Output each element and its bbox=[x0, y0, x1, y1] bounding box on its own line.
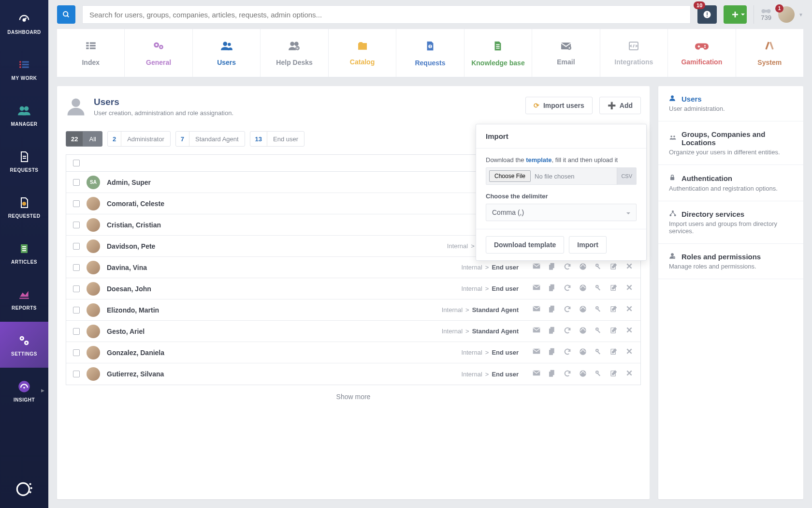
nav-catalog[interactable]: Catalog bbox=[329, 29, 396, 77]
sidebar-item-requests[interactable]: REQUESTS bbox=[0, 138, 48, 184]
sidebar-item-dashboard[interactable]: DASHBOARD bbox=[0, 0, 48, 46]
notifications-button[interactable]: 10 bbox=[697, 5, 717, 24]
mail-icon[interactable] bbox=[532, 370, 541, 379]
nav-helpdesks[interactable]: Help Desks bbox=[261, 29, 328, 77]
user-row[interactable]: Gesto, ArielInternal > Standard Agent bbox=[66, 321, 640, 342]
sidebar-item-reports[interactable]: REPORTS bbox=[0, 276, 48, 322]
row-checkbox[interactable] bbox=[73, 371, 80, 377]
refresh-icon[interactable] bbox=[563, 348, 572, 357]
refresh-icon[interactable] bbox=[563, 263, 572, 272]
tab-standard-agent[interactable]: 7Standard Agent bbox=[175, 131, 245, 147]
close-icon[interactable] bbox=[625, 284, 634, 293]
sidebar-item-settings[interactable]: SETTINGS bbox=[0, 322, 48, 368]
edit-icon[interactable] bbox=[609, 263, 618, 272]
sidebar-item-manager[interactable]: MANAGER bbox=[0, 92, 48, 138]
nav-users[interactable]: Users bbox=[193, 29, 261, 77]
copy-icon[interactable] bbox=[548, 284, 556, 293]
row-checkbox[interactable] bbox=[73, 307, 80, 314]
key-icon[interactable] bbox=[594, 305, 603, 314]
disable-icon[interactable] bbox=[579, 370, 587, 379]
tab-end-user[interactable]: 13End user bbox=[250, 131, 305, 147]
row-checkbox[interactable] bbox=[73, 200, 80, 207]
choose-file-button[interactable]: Choose File bbox=[489, 170, 531, 182]
key-icon[interactable] bbox=[594, 370, 603, 379]
nav-gamification[interactable]: Gamification bbox=[668, 29, 736, 77]
sidebar-item-insight[interactable]: INSIGHT▶ bbox=[0, 368, 48, 414]
search-button[interactable] bbox=[57, 5, 75, 24]
close-icon[interactable] bbox=[625, 305, 634, 314]
nav-requests2[interactable]: Requests bbox=[396, 29, 464, 77]
refresh-icon[interactable] bbox=[563, 305, 572, 314]
subnav-users[interactable]: UsersUser administration. bbox=[658, 86, 803, 121]
mail-icon[interactable] bbox=[532, 305, 541, 314]
row-checkbox[interactable] bbox=[73, 243, 80, 250]
copy-icon[interactable] bbox=[548, 348, 556, 357]
user-row[interactable]: Gonzalez, DanielaInternal > End user bbox=[66, 342, 640, 363]
disable-icon[interactable] bbox=[579, 305, 587, 314]
close-icon[interactable] bbox=[625, 263, 634, 272]
refresh-icon[interactable] bbox=[563, 327, 572, 336]
refresh-icon[interactable] bbox=[563, 370, 572, 379]
row-checkbox[interactable] bbox=[73, 349, 80, 356]
disable-icon[interactable] bbox=[579, 348, 587, 357]
edit-icon[interactable] bbox=[609, 284, 618, 293]
add-user-button[interactable]: ➕ Add bbox=[599, 97, 641, 114]
row-checkbox[interactable] bbox=[73, 179, 80, 186]
edit-icon[interactable] bbox=[609, 370, 618, 379]
subnav-authentication[interactable]: AuthenticationAuthentication and registr… bbox=[658, 165, 803, 201]
close-icon[interactable] bbox=[625, 348, 634, 357]
disable-icon[interactable] bbox=[579, 327, 587, 336]
mail-icon[interactable] bbox=[532, 284, 541, 293]
download-template-button[interactable]: Download template bbox=[486, 236, 564, 254]
user-row[interactable]: Elizondo, MartinInternal > Standard Agen… bbox=[66, 299, 640, 321]
key-icon[interactable] bbox=[594, 263, 603, 272]
row-checkbox[interactable] bbox=[73, 222, 80, 228]
edit-icon[interactable] bbox=[609, 305, 618, 314]
mail-icon[interactable] bbox=[532, 263, 541, 272]
nav-index[interactable]: Index bbox=[57, 29, 125, 77]
close-icon[interactable] bbox=[625, 327, 634, 336]
sidebar-item-articles[interactable]: ARTICLES bbox=[0, 230, 48, 276]
user-row[interactable]: Doesan, JohnInternal > End user bbox=[66, 278, 640, 299]
user-menu[interactable]: 1 ▼ bbox=[778, 6, 803, 23]
nav-email[interactable]: Email bbox=[532, 29, 600, 77]
row-checkbox[interactable] bbox=[73, 328, 80, 335]
mail-icon[interactable] bbox=[532, 348, 541, 357]
disable-icon[interactable] bbox=[579, 284, 587, 293]
user-row[interactable]: Gutierrez, SilvanaInternal > End user bbox=[66, 363, 640, 385]
key-icon[interactable] bbox=[594, 348, 603, 357]
row-checkbox[interactable] bbox=[73, 264, 80, 271]
delimiter-select[interactable]: Comma (,) bbox=[486, 204, 637, 221]
subnav-roles-and-permissions[interactable]: Roles and permissionsManage roles and pe… bbox=[658, 244, 803, 279]
copy-icon[interactable] bbox=[548, 263, 556, 272]
import-confirm-button[interactable]: Import bbox=[569, 236, 607, 254]
close-icon[interactable] bbox=[625, 370, 634, 379]
template-link[interactable]: template bbox=[526, 156, 551, 164]
key-icon[interactable] bbox=[594, 327, 603, 336]
select-all-checkbox[interactable] bbox=[73, 160, 80, 166]
sidebar-item-mywork[interactable]: MY WORK bbox=[0, 46, 48, 92]
nav-general[interactable]: General bbox=[125, 29, 192, 77]
copy-icon[interactable] bbox=[548, 327, 556, 336]
nav-integrations[interactable]: Integrations bbox=[600, 29, 668, 77]
tab-all[interactable]: 22All bbox=[66, 131, 102, 147]
show-more-link[interactable]: Show more bbox=[66, 385, 641, 408]
subnav-groups-companies-and-locations[interactable]: Groups, Companies and LocationsOrganize … bbox=[658, 121, 803, 165]
subnav-directory-services[interactable]: Directory servicesImport users and group… bbox=[658, 201, 803, 244]
copy-icon[interactable] bbox=[548, 305, 556, 314]
search-input[interactable] bbox=[82, 5, 691, 24]
row-checkbox[interactable] bbox=[73, 285, 80, 292]
refresh-icon[interactable] bbox=[563, 284, 572, 293]
key-icon[interactable] bbox=[594, 284, 603, 293]
edit-icon[interactable] bbox=[609, 348, 618, 357]
disable-icon[interactable] bbox=[579, 263, 587, 272]
tab-administrator[interactable]: 2Administrator bbox=[107, 131, 171, 147]
sidebar-item-requested[interactable]: REQUESTED bbox=[0, 184, 48, 230]
nav-kb[interactable]: Knowledge base bbox=[464, 29, 532, 77]
import-users-button[interactable]: ⟳ Import users bbox=[525, 97, 593, 114]
edit-icon[interactable] bbox=[609, 327, 618, 336]
mail-icon[interactable] bbox=[532, 327, 541, 336]
add-dropdown-button[interactable] bbox=[724, 5, 747, 24]
copy-icon[interactable] bbox=[548, 370, 556, 379]
nav-system[interactable]: System bbox=[736, 29, 803, 77]
